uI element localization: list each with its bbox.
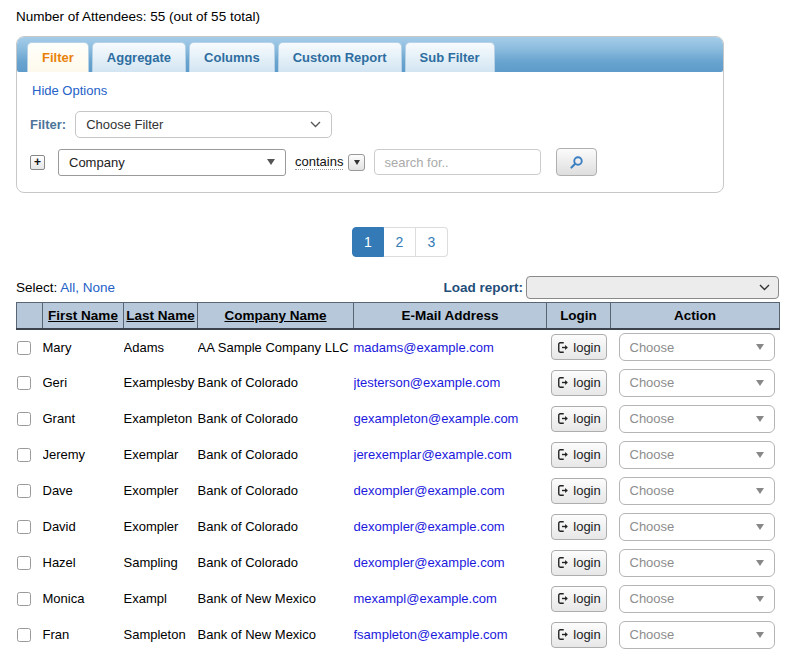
select-label: Select: (16, 280, 57, 295)
email-link[interactable]: jtesterson@example.com (354, 375, 501, 390)
filter-operator-select[interactable] (348, 154, 365, 171)
dropdown-arrow-icon (756, 380, 764, 386)
login-button-label: login (573, 555, 600, 570)
row-checkbox[interactable] (17, 448, 31, 462)
chevron-down-icon (310, 121, 321, 128)
attendee-table-header: First Name Last Name Company Name E-Mail… (17, 303, 780, 329)
load-report-label: Load report: (444, 280, 524, 295)
action-select-value: Choose (630, 447, 675, 462)
last-name-column-header: Last Name (124, 303, 198, 329)
first-name-cell: Mary (43, 329, 124, 365)
page-title: Number of Attendees: 55 (out of 55 total… (16, 9, 260, 24)
action-select[interactable]: Choose (619, 441, 775, 469)
action-select[interactable]: Choose (619, 585, 775, 613)
login-button-label: login (573, 340, 600, 355)
row-checkbox[interactable] (17, 376, 31, 390)
login-button[interactable]: login (551, 442, 607, 468)
row-checkbox[interactable] (17, 520, 31, 534)
first-name-cell: Geri (43, 365, 124, 401)
action-select-value: Choose (630, 340, 675, 355)
action-select-value: Choose (630, 591, 675, 606)
sign-in-icon (556, 628, 569, 641)
login-button[interactable]: login (551, 478, 607, 504)
company-name-sort-link[interactable]: Company Name (224, 308, 326, 323)
choose-filter-value: Choose Filter (86, 117, 163, 132)
row-checkbox[interactable] (17, 592, 31, 606)
hide-options-link[interactable]: Hide Options (32, 83, 107, 98)
dropdown-arrow-icon (756, 596, 764, 602)
login-button[interactable]: login (551, 370, 607, 396)
page-button-2[interactable]: 2 (384, 227, 416, 257)
email-link[interactable]: dexompler@example.com (354, 483, 505, 498)
login-button[interactable]: login (551, 586, 607, 612)
login-button[interactable]: login (551, 406, 607, 432)
row-checkbox[interactable] (17, 628, 31, 642)
row-checkbox[interactable] (17, 484, 31, 498)
select-none-link[interactable]: None (83, 280, 115, 295)
login-button-label: login (573, 411, 600, 426)
email-link[interactable]: madams@example.com (354, 340, 494, 355)
action-select[interactable]: Choose (619, 333, 775, 361)
select-links: Select: All, None (16, 280, 115, 295)
choose-filter-select[interactable]: Choose Filter (75, 111, 332, 138)
search-icon (569, 155, 584, 170)
login-button-label: login (573, 375, 600, 390)
sign-in-icon (556, 520, 569, 533)
tab-sub-filter[interactable]: Sub Filter (405, 42, 495, 72)
last-name-cell: Exompler (124, 473, 198, 509)
action-select[interactable]: Choose (619, 549, 775, 577)
login-button-label: login (573, 591, 600, 606)
dropdown-arrow-icon (756, 416, 764, 422)
last-name-cell: Sampleton (124, 617, 198, 653)
filter-builder-row: + Company contains (30, 148, 710, 176)
company-name-cell: Bank of New Mexico (198, 617, 354, 653)
login-button[interactable]: login (551, 514, 607, 540)
row-checkbox[interactable] (17, 556, 31, 570)
row-checkbox[interactable] (17, 341, 31, 355)
tab-filter[interactable]: Filter (27, 42, 89, 72)
search-button[interactable] (556, 148, 597, 176)
table-row: Grant Exampleton Bank of Colorado gexamp… (17, 401, 780, 437)
filter-field-select[interactable]: Company (58, 149, 286, 176)
action-select-value: Choose (630, 627, 675, 642)
page-button-3[interactable]: 3 (416, 227, 448, 257)
first-name-sort-link[interactable]: First Name (48, 308, 118, 323)
action-select-value: Choose (630, 555, 675, 570)
add-filter-button[interactable]: + (30, 155, 45, 170)
login-button[interactable]: login (551, 622, 607, 648)
login-button[interactable]: login (551, 334, 607, 360)
login-column-header: Login (547, 303, 611, 329)
dropdown-arrow-icon (267, 159, 275, 165)
sign-in-icon (556, 341, 569, 354)
row-checkbox[interactable] (17, 412, 31, 426)
email-link[interactable]: mexampl@example.com (354, 591, 497, 606)
action-select[interactable]: Choose (619, 405, 775, 433)
page-button-1[interactable]: 1 (352, 227, 384, 257)
tab-aggregate[interactable]: Aggregate (92, 42, 186, 72)
action-select[interactable]: Choose (619, 477, 775, 505)
tab-custom-report[interactable]: Custom Report (278, 42, 402, 72)
email-link[interactable]: jerexemplar@example.com (354, 447, 512, 462)
action-select[interactable]: Choose (619, 369, 775, 397)
load-report-select[interactable] (526, 276, 779, 299)
last-name-cell: Exampl (124, 581, 198, 617)
action-select[interactable]: Choose (619, 513, 775, 541)
login-button[interactable]: login (551, 550, 607, 576)
dropdown-arrow-icon (756, 560, 764, 566)
company-name-cell: Bank of New Mexico (198, 581, 354, 617)
last-name-sort-link[interactable]: Last Name (126, 308, 194, 323)
action-select[interactable]: Choose (619, 621, 775, 649)
company-name-cell: Bank of Colorado (198, 437, 354, 473)
search-input[interactable] (374, 149, 541, 175)
select-all-link[interactable]: All, (60, 280, 79, 295)
company-name-cell: Bank of Colorado (198, 545, 354, 581)
email-link[interactable]: dexompler@example.com (354, 519, 505, 534)
checkbox-column-header (17, 303, 43, 329)
first-name-cell: Hazel (43, 545, 124, 581)
email-link[interactable]: fsampleton@example.com (354, 627, 508, 642)
email-link[interactable]: gexampleton@example.com (354, 411, 519, 426)
email-link[interactable]: dexompler@example.com (354, 555, 505, 570)
attendee-table: First Name Last Name Company Name E-Mail… (16, 302, 780, 653)
dropdown-arrow-icon (756, 344, 764, 350)
tab-columns[interactable]: Columns (189, 42, 275, 72)
